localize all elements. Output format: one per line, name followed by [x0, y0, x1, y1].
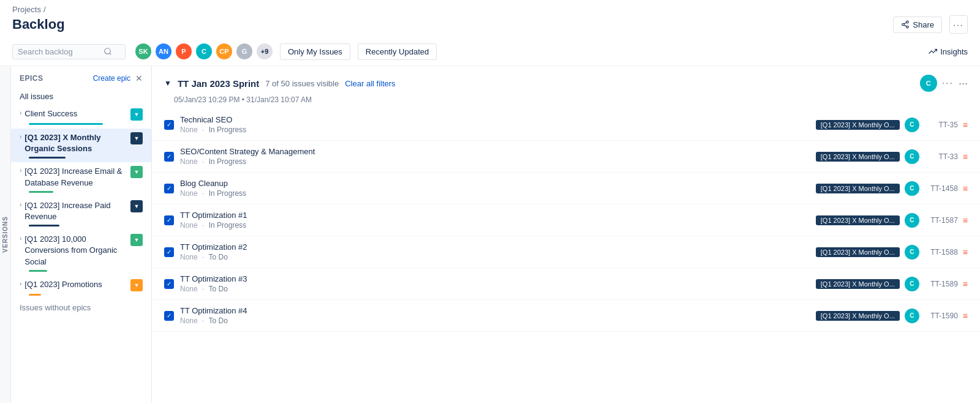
insights-button[interactable]: Insights	[929, 47, 968, 56]
priority-icon-5: ≡	[963, 279, 968, 289]
share-icon	[901, 20, 910, 29]
all-issues-link[interactable]: All issues	[11, 88, 151, 105]
issue-right-2: [Q1 2023] X Monthly O... C TT-1458 ≡	[816, 181, 968, 196]
issue-id-3: TT-1587	[924, 216, 958, 225]
issue-row-2[interactable]: ✓ Blog Cleanup None · In Progress [Q1 20…	[152, 173, 980, 204]
share-button[interactable]: Share	[893, 17, 942, 33]
epic-badge: ▼	[130, 166, 143, 178]
issue-row-3[interactable]: ✓ TT Optimization #1 None · In Progress …	[152, 204, 980, 236]
priority-icon-6: ≡	[963, 311, 968, 321]
epic-item-1[interactable]: › [Q1 2023] X Monthly Organic Sessions ▼	[11, 129, 151, 162]
issue-meta-1: None · In Progress	[180, 157, 816, 166]
issue-right-0: [Q1 2023] X Monthly O... C TT-35 ≡	[816, 118, 968, 132]
issue-id-4: TT-1588	[924, 248, 958, 256]
epic-name: Client Success	[24, 108, 127, 119]
recently-updated-button[interactable]: Recently Updated	[358, 43, 437, 60]
epic-name: [Q1 2023] Increase Email & Database Reve…	[24, 166, 127, 188]
issue-none-5: None	[180, 285, 198, 293]
issue-meta-3: None · In Progress	[180, 221, 816, 230]
issue-row-4[interactable]: ✓ TT Optimization #2 None · To Do [Q1 20…	[152, 236, 980, 268]
epic-item-5[interactable]: › [Q1 2023] Promotions ▼	[11, 275, 151, 299]
issue-assignee-3: C	[905, 213, 919, 228]
issue-checkbox-5[interactable]: ✓	[164, 279, 174, 289]
epic-item-0[interactable]: › Client Success ▼	[11, 105, 151, 129]
epic-name: [Q1 2023] 10,000 Conversions from Organi…	[24, 234, 127, 267]
svg-point-0	[907, 21, 909, 23]
issue-checkbox-0[interactable]: ✓	[164, 120, 174, 130]
svg-point-5	[105, 48, 110, 54]
issue-meta-4: None · To Do	[180, 253, 816, 261]
search-input[interactable]	[18, 47, 104, 56]
issue-title-2: Blog Cleanup	[180, 179, 816, 188]
priority-icon-3: ≡	[963, 215, 968, 225]
versions-sidebar: VERSIONS	[0, 66, 11, 403]
issue-info-3: TT Optimization #1 None · In Progress	[180, 211, 816, 230]
issue-assignee-2: C	[905, 181, 919, 196]
avatar-an[interactable]: AN	[154, 42, 173, 61]
epic-item-3[interactable]: › [Q1 2023] Increase Paid Revenue ▼	[11, 196, 151, 230]
epic-item-2[interactable]: › [Q1 2023] Increase Email & Database Re…	[11, 162, 151, 196]
sprint-dates: 05/Jan/23 10:29 PM • 31/Jan/23 10:07 AM	[152, 94, 980, 109]
avatar-c[interactable]: C	[195, 42, 213, 61]
issue-row-0[interactable]: ✓ Technical SEO None · In Progress [Q1 2…	[152, 109, 980, 141]
more-options-button[interactable]: ···	[949, 15, 968, 34]
issue-checkbox-4[interactable]: ✓	[164, 247, 174, 257]
sprint-chevron-icon[interactable]: ▼	[164, 79, 172, 88]
issue-epic-tag-3[interactable]: [Q1 2023] X Monthly O...	[816, 215, 900, 225]
svg-line-3	[904, 25, 907, 26]
only-my-issues-button[interactable]: Only My Issues	[280, 43, 350, 60]
avatar-cp[interactable]: CP	[215, 42, 233, 61]
avatar-sk[interactable]: SK	[134, 42, 153, 61]
issue-checkbox-6[interactable]: ✓	[164, 311, 174, 321]
issue-none-2: None	[180, 189, 198, 198]
avatar-g[interactable]: G	[235, 42, 254, 61]
issues-list: ✓ Technical SEO None · In Progress [Q1 2…	[152, 109, 980, 332]
issue-epic-tag-5[interactable]: [Q1 2023] X Monthly O...	[816, 279, 900, 289]
issue-epic-tag-6[interactable]: [Q1 2023] X Monthly O...	[816, 311, 900, 321]
issue-status-5: To Do	[209, 285, 228, 293]
issue-epic-tag-0[interactable]: [Q1 2023] X Monthly O...	[816, 120, 900, 130]
sprint-avatar: C	[920, 75, 937, 92]
issue-row-1[interactable]: ✓ SEO/Content Strategy & Management None…	[152, 141, 980, 173]
issue-right-4: [Q1 2023] X Monthly O... C TT-1588 ≡	[816, 245, 968, 260]
sprint-name: TT Jan 2023 Sprint	[178, 78, 259, 89]
epic-badge: ▼	[130, 234, 143, 246]
issue-checkbox-1[interactable]: ✓	[164, 152, 174, 162]
close-epics-button[interactable]: ✕	[135, 73, 143, 83]
issue-info-1: SEO/Content Strategy & Management None ·…	[180, 147, 816, 166]
issue-status-6: To Do	[209, 316, 228, 325]
sprint-more-dots[interactable]: ···	[942, 78, 954, 89]
issue-row-6[interactable]: ✓ TT Optimization #4 None · To Do [Q1 20…	[152, 300, 980, 332]
issue-title-3: TT Optimization #1	[180, 211, 816, 220]
breadcrumb-projects[interactable]: Projects	[12, 5, 41, 14]
issue-epic-tag-1[interactable]: [Q1 2023] X Monthly O...	[816, 152, 900, 162]
issue-id-6: TT-1590	[924, 312, 958, 320]
epics-list: › Client Success ▼ › [Q1 2023] X Monthly…	[11, 105, 151, 299]
issue-meta-5: None · To Do	[180, 285, 816, 293]
issue-checkbox-3[interactable]: ✓	[164, 215, 174, 225]
priority-icon-4: ≡	[963, 247, 968, 257]
avatar-p[interactable]: P	[175, 42, 193, 61]
issue-status-0: In Progress	[209, 125, 246, 134]
issue-epic-tag-2[interactable]: [Q1 2023] X Monthly O...	[816, 184, 900, 193]
priority-icon-1: ≡	[963, 152, 968, 162]
epic-progress-bar	[29, 294, 41, 296]
epics-panel: EPICS Create epic ✕ All issues › Client …	[11, 66, 152, 403]
sprint-menu-button[interactable]: ···	[959, 77, 968, 90]
issue-checkbox-2[interactable]: ✓	[164, 184, 174, 193]
issue-epic-tag-4[interactable]: [Q1 2023] X Monthly O...	[816, 247, 900, 257]
insights-label: Insights	[940, 47, 968, 56]
create-epic-link[interactable]: Create epic	[93, 74, 130, 83]
sprint-issue-count: 7 of 50 issues visible	[265, 79, 339, 88]
epic-item-4[interactable]: › [Q1 2023] 10,000 Conversions from Orga…	[11, 230, 151, 275]
issue-meta-2: None · In Progress	[180, 189, 816, 198]
issue-row-5[interactable]: ✓ TT Optimization #3 None · To Do [Q1 20…	[152, 268, 980, 300]
issue-assignee-6: C	[905, 309, 919, 323]
issue-info-2: Blog Cleanup None · In Progress	[180, 179, 816, 198]
avatar-group: SK AN P C CP G +9	[134, 42, 274, 61]
issue-id-0: TT-35	[924, 121, 958, 129]
issue-assignee-5: C	[905, 277, 919, 291]
epic-name: [Q1 2023] X Monthly Organic Sessions	[24, 132, 127, 154]
avatar-more[interactable]: +9	[255, 42, 274, 61]
clear-filters-link[interactable]: Clear all filters	[345, 79, 395, 88]
